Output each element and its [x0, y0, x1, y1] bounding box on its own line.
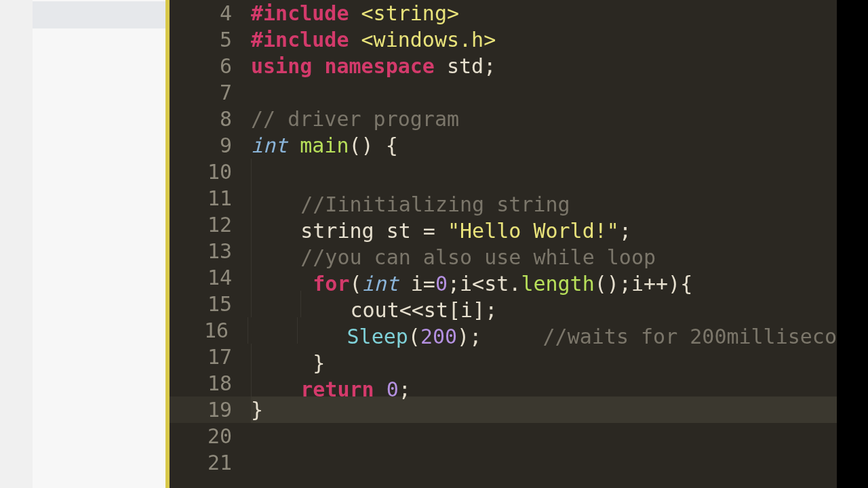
code-line[interactable]: 6using namespace std; — [170, 53, 837, 79]
token: int — [362, 272, 399, 296]
code-content[interactable] — [251, 79, 837, 106]
token: <windows.h> — [361, 28, 496, 52]
code-content[interactable]: #include <string> — [251, 0, 837, 26]
indent-whitespace — [252, 272, 300, 296]
token — [349, 28, 361, 52]
token: int — [251, 134, 288, 157]
token: ; — [619, 219, 631, 243]
token: ;i<st. — [448, 272, 521, 296]
code-content[interactable]: #include <windows.h> — [251, 26, 837, 53]
token: "Hello World!" — [448, 219, 619, 243]
token: ; — [399, 378, 411, 401]
token: ); — [457, 325, 542, 348]
token: <string> — [361, 1, 460, 25]
indent-whitespace — [252, 219, 300, 243]
line-number: 4 — [170, 0, 251, 26]
token: } — [251, 398, 263, 422]
indent-guide — [251, 291, 252, 317]
token: 200 — [420, 325, 457, 348]
code-content[interactable]: // driver program — [251, 106, 837, 132]
indent-whitespace — [252, 245, 300, 269]
window-margin-left — [0, 0, 33, 488]
indent-guide — [248, 317, 248, 344]
token: ( — [350, 272, 362, 296]
code-content[interactable] — [251, 449, 837, 476]
line-number: 8 — [170, 106, 251, 132]
code-line[interactable]: 8// driver program — [170, 106, 837, 132]
code-editor[interactable]: 4#include <string>5#include <windows.h>6… — [170, 0, 837, 488]
indent-whitespace — [252, 192, 300, 216]
code-line[interactable]: 21 — [170, 449, 837, 476]
line-number: 5 — [170, 26, 251, 53]
indent-whitespace — [252, 166, 300, 190]
token: ();i++){ — [595, 272, 693, 296]
minimap-highlight — [33, 1, 165, 28]
code-line[interactable]: 4#include <string> — [170, 0, 837, 26]
line-number: 10 — [170, 159, 251, 185]
token: namespace — [324, 54, 435, 78]
indent-whitespace — [252, 298, 351, 322]
code-content[interactable]: return 0; — [251, 370, 837, 396]
line-number: 13 — [170, 238, 251, 264]
code-line[interactable]: 9int main() { — [170, 132, 837, 159]
token — [349, 1, 361, 25]
line-number: 14 — [170, 264, 251, 291]
token: return — [300, 378, 374, 401]
token: // driver program — [251, 107, 459, 131]
token: i= — [399, 272, 435, 296]
line-number: 18 — [170, 370, 251, 396]
line-number: 11 — [170, 185, 251, 211]
token: ( — [408, 325, 420, 348]
code-line[interactable]: 10 — [170, 159, 837, 185]
token: //you can also use while loop — [300, 245, 656, 269]
line-number: 6 — [170, 53, 251, 79]
token: #include — [251, 28, 349, 52]
code-area[interactable]: 4#include <string>5#include <windows.h>6… — [170, 0, 837, 476]
code-line[interactable]: 20 — [170, 423, 837, 449]
code-line[interactable]: 5#include <windows.h> — [170, 26, 837, 53]
code-content[interactable] — [251, 423, 837, 449]
token: for — [313, 272, 349, 296]
token: length — [521, 272, 594, 296]
window-margin-right — [837, 0, 868, 488]
line-number: 9 — [170, 132, 251, 159]
line-number: 16 — [170, 317, 248, 344]
token: //waits for 200milliseco — [543, 325, 837, 348]
indent-whitespace — [249, 325, 347, 348]
token: #include — [251, 1, 349, 25]
token — [312, 54, 324, 78]
line-number: 19 — [170, 396, 251, 423]
code-content[interactable]: int main() { — [251, 132, 837, 159]
token: using — [251, 54, 312, 78]
code-line[interactable]: 7 — [170, 79, 837, 106]
line-number: 21 — [170, 449, 251, 476]
app-window: 4#include <string>5#include <windows.h>6… — [0, 0, 868, 488]
token: string st = — [300, 219, 448, 243]
line-number: 7 — [170, 79, 251, 106]
token: std; — [435, 54, 496, 78]
token: 0 — [387, 378, 399, 401]
token: } — [300, 351, 325, 375]
code-content[interactable] — [251, 159, 837, 185]
line-number: 12 — [170, 211, 251, 238]
line-number: 17 — [170, 344, 251, 370]
token: 0 — [435, 272, 448, 296]
line-number: 20 — [170, 423, 251, 449]
line-number: 15 — [170, 291, 251, 317]
token — [288, 134, 300, 157]
token: //Iinitializing string — [300, 192, 570, 216]
code-content[interactable]: using namespace std; — [251, 53, 837, 79]
token — [300, 272, 313, 296]
minimap-panel[interactable] — [33, 0, 165, 488]
token: Sleep — [347, 325, 408, 348]
code-content[interactable]: //Iinitializing string — [251, 185, 837, 211]
token: main — [300, 134, 349, 157]
token: cout<<st[i]; — [351, 298, 498, 322]
token — [374, 378, 387, 401]
indent-whitespace — [252, 351, 300, 375]
token: () { — [349, 134, 398, 157]
